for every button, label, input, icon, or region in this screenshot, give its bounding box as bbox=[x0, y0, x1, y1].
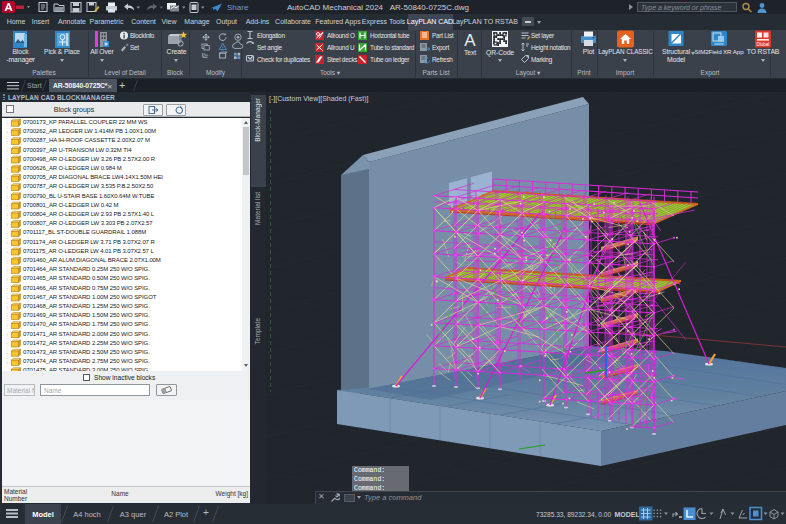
svg-text:Dlubal: Dlubal bbox=[757, 42, 770, 47]
